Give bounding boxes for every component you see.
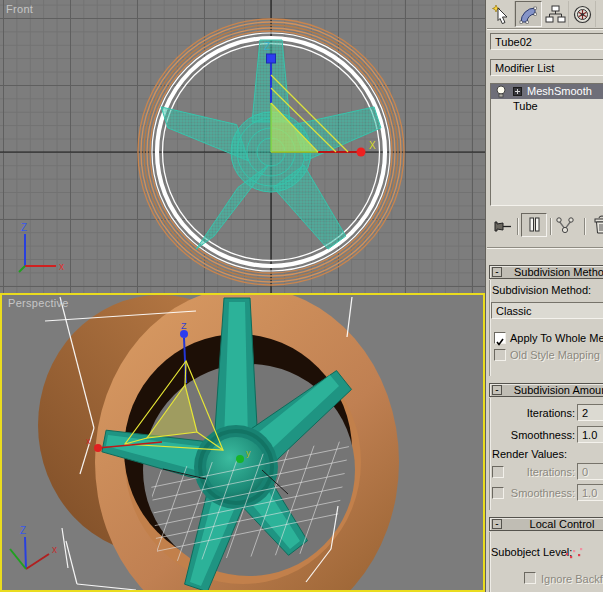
- collapse-minus-icon[interactable]: -: [492, 385, 502, 395]
- modify-bend-icon: [518, 4, 539, 25]
- gizmo-z-label: Z: [181, 321, 187, 331]
- gizmo-x-label: x: [86, 436, 91, 446]
- create-arrow-icon: [491, 4, 512, 25]
- iterations-label: Iterations:: [487, 407, 575, 419]
- rollout-local-control-header[interactable]: - Local Control: [489, 517, 603, 531]
- tab-create[interactable]: [488, 1, 515, 27]
- checkmark-icon: [495, 337, 505, 347]
- hierarchy-tree-icon: [545, 4, 566, 25]
- tripod-x-label: x: [59, 261, 64, 272]
- subdivision-method-label: Subdivision Method:: [492, 284, 591, 296]
- render-smoothness-label: Smoothness:: [487, 487, 575, 499]
- subobject-vertex-dots-icon[interactable]: [565, 547, 583, 559]
- command-panel: Modifier List MeshSmooth Tube: [485, 0, 603, 592]
- panel-divider: [487, 28, 603, 30]
- subdivision-method-select[interactable]: Classic: [491, 302, 603, 319]
- collapse-minus-icon[interactable]: -: [492, 519, 502, 529]
- command-panel-tabs: [488, 1, 596, 27]
- gizmo-y-label: y: [246, 448, 251, 458]
- expand-plus-icon[interactable]: [513, 87, 522, 96]
- perspective-axis-tripod: Z x: [10, 525, 57, 569]
- tripod-x-label: x: [52, 544, 57, 555]
- render-iterations-label: Iterations:: [487, 466, 575, 478]
- front-viewport-canvas: Z X Z x: [0, 0, 485, 293]
- collapse-minus-icon[interactable]: -: [492, 267, 502, 277]
- stack-item-label[interactable]: MeshSmooth: [527, 85, 592, 97]
- tripod-z-label: Z: [21, 222, 27, 233]
- render-smoothness-spinner: 1.0: [577, 484, 603, 501]
- perspective-viewport-canvas: Z x y Z x: [2, 295, 483, 590]
- old-style-mapping-checkbox: [494, 349, 506, 361]
- lightbulb-icon[interactable]: [495, 85, 507, 98]
- toolbar-separator: [517, 218, 518, 235]
- rollout-title: Subdivision Amount: [514, 384, 603, 396]
- gizmo-x-label: X: [369, 140, 376, 151]
- show-end-result-icon: [524, 216, 544, 234]
- remove-modifier-trash-icon[interactable]: [591, 214, 603, 236]
- make-unique-icon[interactable]: [555, 215, 575, 235]
- tripod-z-label: Z: [20, 525, 26, 536]
- gizmo-z-label: Z: [264, 41, 270, 52]
- tab-hierarchy[interactable]: [542, 1, 569, 27]
- old-style-mapping-label: Old Style Mapping: [510, 349, 600, 361]
- stack-item-label[interactable]: Tube: [513, 100, 538, 112]
- smoothness-spinner[interactable]: 1.0: [577, 426, 603, 443]
- stack-item-tube[interactable]: Tube: [491, 99, 603, 114]
- rollout-subdivision-method-header[interactable]: - Subdivision Method: [489, 265, 603, 279]
- toolbar-separator: [550, 218, 551, 235]
- apply-to-whole-mesh-checkbox[interactable]: [494, 332, 506, 344]
- modifier-stack[interactable]: MeshSmooth Tube: [490, 83, 603, 206]
- apply-to-whole-mesh-label: Apply To Whole Mesh: [510, 332, 603, 344]
- render-values-label: Render Values:: [492, 448, 567, 460]
- tab-motion[interactable]: [569, 1, 596, 27]
- viewport-perspective-label[interactable]: Perspective: [8, 297, 69, 309]
- render-iterations-spinner: 0: [577, 463, 603, 480]
- pin-stack-icon[interactable]: [492, 216, 513, 236]
- panel-divider: [487, 247, 603, 249]
- rollout-title: Local Control: [530, 518, 595, 530]
- show-end-result-button[interactable]: [521, 213, 547, 237]
- tab-modify[interactable]: [515, 1, 542, 27]
- modifier-list-dropdown[interactable]: Modifier List: [490, 59, 603, 76]
- smoothness-label: Smoothness:: [487, 429, 575, 441]
- front-axis-tripod: Z x: [19, 222, 64, 272]
- viewport-perspective[interactable]: Perspective: [0, 293, 485, 592]
- motion-wheel-icon: [572, 4, 593, 25]
- iterations-spinner[interactable]: 2: [577, 404, 603, 421]
- viewport-front-label[interactable]: Front: [6, 3, 33, 15]
- stack-item-meshsmooth[interactable]: MeshSmooth: [491, 84, 603, 99]
- rollout-subdivision-amount-header[interactable]: - Subdivision Amount: [489, 383, 603, 397]
- viewport-front[interactable]: Front: [0, 0, 485, 293]
- toolbar-separator: [584, 218, 585, 235]
- ignore-backfacing-label: Ignore Backfacing: [541, 573, 603, 585]
- max-window: Front: [0, 0, 603, 592]
- ignore-backfacing-checkbox: [524, 572, 536, 584]
- object-name-field[interactable]: [490, 33, 603, 50]
- subobject-level-label: Subobject Level:: [491, 546, 572, 558]
- rollout-title: Subdivision Method: [514, 266, 603, 278]
